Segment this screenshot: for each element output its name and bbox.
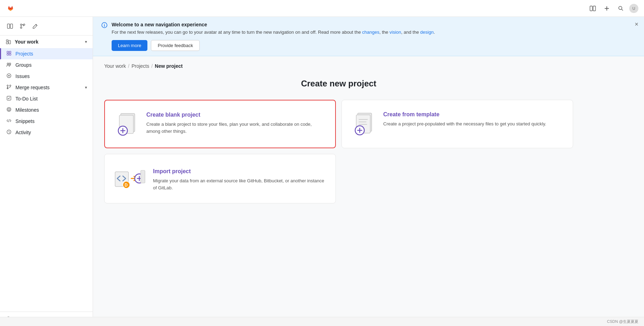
svg-text:D: D [125, 183, 128, 188]
design-link[interactable]: design [420, 30, 433, 35]
sidebar-item-todo-list[interactable]: To-Do List [0, 93, 93, 104]
svg-rect-16 [7, 53, 8, 55]
notice-text: For the next few releases, you can go to… [112, 29, 636, 36]
your-work-icon [6, 39, 11, 45]
changes-link[interactable]: changes [362, 30, 379, 35]
sidebar-item-groups[interactable]: Groups [0, 59, 93, 71]
svg-point-27 [8, 109, 10, 111]
blank-project-desc: Create a blank project to store your fil… [146, 121, 325, 136]
template-project-title: Create from template [383, 111, 563, 118]
svg-point-23 [9, 85, 11, 86]
sidebar-item-milestones[interactable]: Milestones [0, 104, 93, 116]
main-layout: Your work ▾ Projects Groups [0, 17, 644, 326]
blank-project-card[interactable]: Create blank project Create a blank proj… [104, 100, 336, 148]
svg-point-4 [619, 6, 622, 9]
svg-rect-6 [7, 24, 9, 28]
groups-icon [6, 62, 12, 68]
import-project-title: Import project [153, 168, 326, 175]
issues-icon [6, 73, 12, 79]
import-project-card[interactable]: D Import project Migrate your data [104, 154, 336, 204]
import-project-desc: Migrate your data from an external sourc… [153, 177, 326, 192]
breadcrumb-sep-1: / [128, 63, 130, 69]
sidebar-item-snippets[interactable]: Snippets [0, 116, 93, 127]
svg-rect-0 [590, 6, 592, 11]
svg-point-21 [8, 75, 9, 77]
svg-rect-25 [7, 96, 11, 100]
sidebar-merge-icon[interactable] [17, 20, 28, 32]
activity-icon [6, 129, 12, 136]
sidebar-navigation: Projects Groups Issues [0, 47, 93, 139]
project-type-cards: Create blank project Create a blank proj… [104, 100, 573, 148]
sidebar-edit-icon[interactable] [29, 20, 41, 32]
svg-rect-14 [7, 51, 8, 53]
top-nav-icons: U [587, 3, 638, 14]
breadcrumb-sep-2: / [151, 63, 153, 69]
page-title: Create new project [104, 79, 573, 89]
sidebar-top-icons [0, 17, 93, 35]
sidebar-item-projects[interactable]: Projects [0, 48, 93, 59]
page-inner: Your work / Projects / New project Creat… [93, 56, 584, 211]
main-content: Welcome to a new navigation experience F… [93, 17, 644, 326]
bottom-bar-text: CSDN @生夏夏夏 [607, 319, 638, 324]
svg-point-26 [7, 107, 11, 111]
template-project-card[interactable]: Create from template Create a project pr… [341, 100, 573, 148]
svg-point-18 [7, 63, 9, 65]
svg-point-32 [104, 24, 105, 24]
sidebar-issues-label: Issues [15, 73, 29, 79]
svg-point-19 [9, 63, 11, 65]
snippets-icon [6, 118, 12, 124]
panel-toggle-button[interactable] [587, 3, 598, 14]
sidebar-item-issues[interactable]: Issues [0, 71, 93, 82]
sidebar-groups-label: Groups [15, 62, 32, 68]
blank-project-icon [115, 112, 139, 136]
svg-rect-17 [9, 53, 11, 55]
chevron-down-icon: ▾ [85, 39, 87, 44]
svg-point-10 [20, 27, 22, 28]
svg-line-5 [622, 9, 623, 11]
blank-project-title: Create blank project [146, 112, 325, 118]
svg-rect-7 [10, 24, 12, 28]
info-icon [101, 22, 107, 30]
sidebar-merge-requests-label: Merge requests [15, 85, 49, 90]
sidebar-item-activity[interactable]: Activity [0, 127, 93, 138]
template-project-icon [352, 111, 376, 136]
learn-more-button[interactable]: Learn more [112, 40, 147, 51]
template-project-desc: Create a project pre-populated with the … [383, 120, 563, 128]
breadcrumb: Your work / Projects / New project [104, 63, 573, 69]
merge-requests-icon [6, 84, 12, 91]
svg-point-8 [20, 24, 22, 25]
new-item-button[interactable] [601, 3, 612, 14]
sidebar-snippets-label: Snippets [15, 118, 34, 124]
avatar[interactable]: U [629, 4, 638, 13]
your-work-section-header[interactable]: Your work ▾ [0, 35, 93, 47]
todo-icon [6, 96, 12, 102]
sidebar-panel-icon[interactable] [4, 20, 15, 32]
vision-link[interactable]: vision [390, 30, 401, 35]
sidebar-activity-label: Activity [15, 130, 31, 135]
svg-rect-13 [6, 40, 8, 41]
notice-actions: Learn more Provide feedback [112, 40, 636, 51]
sidebar-item-merge-requests[interactable]: Merge requests ▾ [0, 82, 93, 93]
search-button[interactable] [615, 3, 626, 14]
your-work-label: Your work [15, 39, 38, 45]
sidebar: Your work ▾ Projects Groups [0, 17, 93, 326]
breadcrumb-current: New project [155, 63, 182, 69]
svg-rect-15 [9, 51, 11, 53]
sidebar-milestones-label: Milestones [15, 107, 39, 113]
gitlab-logo [6, 4, 15, 13]
breadcrumb-projects[interactable]: Projects [132, 63, 150, 69]
svg-point-22 [7, 85, 8, 86]
sidebar-todo-label: To-Do List [15, 96, 38, 102]
svg-rect-1 [593, 6, 596, 11]
notice-banner: Welcome to a new navigation experience F… [93, 17, 644, 56]
notice-title: Welcome to a new navigation experience [112, 22, 636, 27]
svg-rect-53 [141, 170, 145, 183]
svg-rect-11 [6, 42, 8, 44]
top-navigation: U [0, 0, 644, 17]
sidebar-projects-label: Projects [15, 51, 33, 57]
bottom-bar: CSDN @生夏夏夏 [0, 317, 644, 326]
notice-close-button[interactable]: × [635, 21, 638, 27]
provide-feedback-button[interactable]: Provide feedback [151, 40, 199, 51]
breadcrumb-your-work[interactable]: Your work [104, 63, 126, 69]
merge-requests-chevron-icon: ▾ [85, 85, 87, 90]
